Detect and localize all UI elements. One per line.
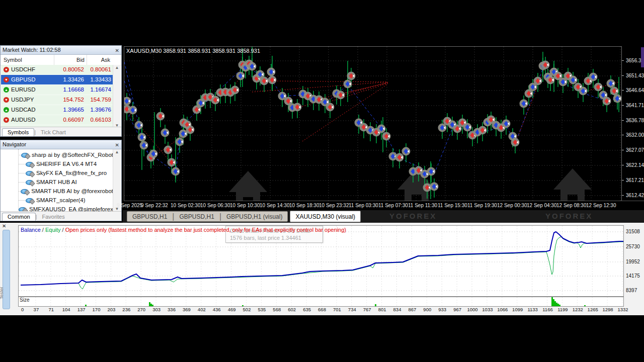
symbol-cell: ▼AUDUSD <box>1 115 53 125</box>
time-axis[interactable]: 9 Sep 20259 Sep 22:3210 Sep 02:3010 Sep … <box>124 201 644 210</box>
navigator-titlebar[interactable]: Navigator ✕ <box>1 140 121 149</box>
scroll-up-icon[interactable]: ▲ <box>113 65 121 70</box>
buy-trade-marker <box>344 80 352 88</box>
price-chart[interactable]: XAUUSD,M30 3858.931 3858.931 3858.931 38… <box>124 46 622 201</box>
tester-x-label: 900 <box>423 307 431 312</box>
buy-trade-marker <box>140 141 148 150</box>
arrow-down-icon: ▼ <box>4 117 9 123</box>
sell-trade-marker <box>347 72 356 80</box>
time-label: 11 Sep 15:30 <box>438 203 467 208</box>
symbol-cell: ▼USDCHF <box>1 65 53 74</box>
time-label: 12 Sep 08:30 <box>556 203 587 208</box>
size-graph-canvas <box>19 297 623 306</box>
buy-trade-marker <box>427 167 436 176</box>
tester-y-label: 25730 <box>626 244 640 249</box>
tester-x-label: 236 <box>122 307 130 312</box>
tester-x-label: 170 <box>93 307 101 312</box>
expert-advisor-icon <box>26 170 34 176</box>
market-watch-header: Symbol Bid Ask <box>1 55 121 65</box>
symbol-cell: ▲USDCAD <box>1 105 53 115</box>
price-tick <box>622 75 624 76</box>
tester-x-label: 502 <box>243 307 251 312</box>
inactive-chart-tabs: GBPUSD,H1|GBPUSD,H1|GBPUSD,H1 (visual) <box>127 211 288 222</box>
buy-trade-marker <box>520 100 528 108</box>
chart-tab-active[interactable]: XAUUSD,M30 (visual) <box>290 211 361 222</box>
sell-trade-marker <box>326 103 335 112</box>
tester-size-graph[interactable] <box>18 297 624 307</box>
expert-advisor-icon <box>26 197 34 204</box>
tester-x-label: 933 <box>438 307 446 312</box>
time-label: 10 Sep 23:32 <box>319 203 349 208</box>
buy-trade-marker <box>124 97 131 106</box>
legend-equity: Equity <box>45 227 61 233</box>
close-icon[interactable]: ✕ <box>115 46 119 55</box>
tester-x-label: 867 <box>408 307 416 312</box>
market-watch-scrollbar[interactable]: ▲ ▼ <box>113 65 121 128</box>
tester-x-label: 270 <box>137 307 145 312</box>
legend-note: Open prices only (fastest method to anal… <box>65 227 346 233</box>
market-watch-title: Market Watch: 11:02:58 <box>3 47 61 53</box>
tester-x-label: 436 <box>213 307 221 312</box>
tab-common[interactable]: Common <box>2 213 36 221</box>
size-graph-label: Size <box>20 297 29 303</box>
market-watch-row[interactable]: ▲USDCAD1.396651.39676 <box>1 105 113 115</box>
arrow-down-icon: ▼ <box>4 77 9 82</box>
tree-twig <box>18 164 25 164</box>
sell-trade-marker <box>603 97 611 106</box>
tester-x-label: 137 <box>77 307 86 312</box>
chart-tab[interactable]: GBPUSD,H1 <box>127 213 172 220</box>
tester-x-label: 535 <box>258 307 266 312</box>
time-label: 9 Sep 22:32 <box>141 203 168 208</box>
tester-x-label: 1199 <box>557 307 568 312</box>
market-watch-titlebar[interactable]: Market Watch: 11:02:58 ✕ <box>1 46 121 55</box>
mt4-window: Market Watch: 11:02:58 ✕ Symbol Bid Ask … <box>0 0 644 362</box>
price-tick <box>622 60 624 61</box>
market-watch-row[interactable]: ▼USDCHF0.800520.80061 <box>1 65 113 75</box>
column-symbol[interactable]: Symbol <box>1 55 54 65</box>
navigator-tree: sharp ai by @SoftechFX_RobotSHERIFF EA V… <box>1 149 113 212</box>
buy-trade-marker <box>402 147 411 156</box>
tab-symbols[interactable]: Symbols <box>2 128 34 136</box>
price-tick <box>622 105 624 106</box>
market-watch-row[interactable]: ▲EURUSD1.166681.16674 <box>1 85 113 95</box>
bid-cell: 0.80052 <box>53 65 86 74</box>
market-watch-rows: ▼USDCHF0.800520.80061▼GBPUSD1.334261.334… <box>1 65 113 127</box>
column-bid[interactable]: Bid <box>54 55 87 65</box>
tester-x-label: 801 <box>378 307 386 312</box>
buy-trade-marker <box>161 129 170 137</box>
price-axis[interactable]: 3656.3603651.4303646.6453641.7153636.785… <box>624 45 644 201</box>
buy-trade-marker <box>172 167 180 176</box>
market-watch-row[interactable]: ▼AUDUSD0.660970.66103 <box>1 115 113 125</box>
price-label: 3612.425 <box>626 193 644 198</box>
buy-trade-marker <box>377 125 386 133</box>
legend-separator: / <box>41 227 45 233</box>
market-watch-panel: Market Watch: 11:02:58 ✕ Symbol Bid Ask … <box>0 45 122 137</box>
column-ask[interactable]: Ask <box>87 55 112 65</box>
market-watch-row[interactable]: ▼GBPUSD1.334261.33433 <box>1 75 113 85</box>
tester-x-label: 37 <box>34 307 39 312</box>
bid-cell: 154.752 <box>53 95 86 105</box>
sell-trade-marker <box>337 91 345 100</box>
navigator-panel: Navigator ✕ sharp ai by @SoftechFX_Robot… <box>0 140 122 221</box>
time-label: 10 Sep 06:30 <box>200 203 230 208</box>
close-icon[interactable]: ✕ <box>2 223 6 229</box>
chart-tab[interactable]: GBPUSD,H1 (visual) <box>221 213 287 220</box>
tester-x-label: 336 <box>168 307 176 312</box>
tester-x-label: 1232 <box>573 307 583 312</box>
sell-trade-marker <box>231 86 239 95</box>
price-label: 3636.785 <box>626 118 644 123</box>
scroll-up-icon[interactable]: ▲ <box>113 150 121 154</box>
close-icon[interactable]: ✕ <box>115 141 119 149</box>
buy-trade-marker <box>248 62 257 71</box>
tester-y-label: 19952 <box>626 259 640 264</box>
tester-x-label: 834 <box>393 307 401 312</box>
tab-tick-chart[interactable]: Tick Chart <box>36 129 71 136</box>
tab-favorites[interactable]: Favorites <box>37 213 69 221</box>
price-tick <box>622 180 624 180</box>
tester-x-label: 369 <box>183 307 191 312</box>
tester-x-label: 203 <box>107 307 115 312</box>
price-tick <box>622 150 624 150</box>
market-watch-row[interactable]: ▼USDJPY154.752154.759 <box>1 95 113 105</box>
price-tick <box>622 135 624 135</box>
chart-tab[interactable]: GBPUSD,H1 <box>175 213 219 220</box>
